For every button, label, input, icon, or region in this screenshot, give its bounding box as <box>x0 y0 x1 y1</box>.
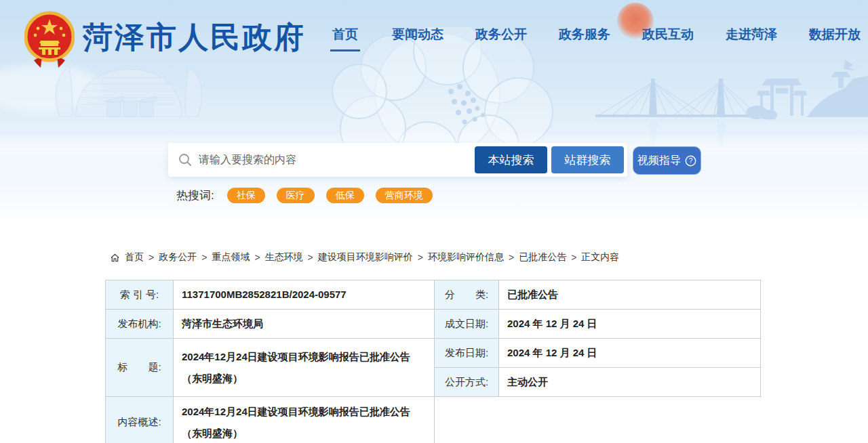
index-number-label: 索 引 号: <box>106 280 174 310</box>
disclosure-value: 主动公开 <box>499 368 761 397</box>
hot-keyword-shebao[interactable]: 社保 <box>227 188 265 203</box>
breadcrumb-item[interactable]: 政务公开 <box>159 251 197 263</box>
hot-keyword-yiliao[interactable]: 医疗 <box>277 188 315 203</box>
search-bar: 本站搜索 站群搜索 <box>168 143 627 177</box>
summary-label: 内容概述: <box>106 397 174 443</box>
site-title[interactable]: 菏泽市人民政府 <box>83 18 306 58</box>
index-number-value: 11371700MB2852821B/2024-09577 <box>174 280 435 310</box>
svg-text:?: ? <box>689 157 693 165</box>
document-info-table: 索 引 号: 11371700MB2852821B/2024-09577 分 类… <box>105 280 761 443</box>
disclosure-label: 公开方式: <box>435 368 499 397</box>
publish-date-label: 发布日期: <box>435 339 499 368</box>
empty-cell <box>435 397 761 443</box>
nav-item-gov-disclosure[interactable]: 政务公开 <box>475 26 527 51</box>
title-value: 2024年12月24日建设项目环境影响报告已批准公告（东明盛海） <box>174 339 435 397</box>
summary-value: 2024年12月24日建设项目环境影响报告已批准公告（东明盛海） <box>174 397 435 443</box>
question-circle-icon: ? <box>685 155 696 167</box>
cluster-search-button[interactable]: 站群搜索 <box>551 146 624 173</box>
written-date-label: 成文日期: <box>435 310 499 339</box>
nav-item-home[interactable]: 首页 <box>330 26 360 51</box>
breadcrumb-item[interactable]: 建设项目环境影响评价 <box>318 251 413 263</box>
publisher-label: 发布机构: <box>106 310 174 339</box>
breadcrumb-item[interactable]: 已批准公告 <box>519 251 566 263</box>
breadcrumb-item[interactable]: 首页 <box>125 251 144 263</box>
hot-search-row: 热搜词: 社保 医疗 低保 营商环境 <box>176 188 433 203</box>
search-icon <box>178 153 192 167</box>
breadcrumb-item[interactable]: 环境影响评价信息 <box>428 251 504 263</box>
bridge-skyline-illustration <box>595 58 868 160</box>
breadcrumb-item[interactable]: 生态环境 <box>265 251 303 263</box>
category-value: 已批准公告 <box>499 280 761 310</box>
nav-item-about-heze[interactable]: 走进菏泽 <box>726 26 777 51</box>
breadcrumb: 首页 > 政务公开 > 重点领域 > 生态环境 > 建设项目环境影响评价 > 环… <box>110 251 619 263</box>
breadcrumb-item[interactable]: 正文内容 <box>581 251 619 263</box>
hot-search-label: 热搜词: <box>176 188 214 203</box>
main-nav: 首页 要闻动态 政务公开 政务服务 政民互动 走进菏泽 数据开放 <box>330 26 861 51</box>
publisher-value: 菏泽市生态环境局 <box>174 310 435 339</box>
home-icon <box>110 253 120 263</box>
category-label: 分 类: <box>435 280 499 310</box>
page: 菏泽市人民政府 首页 要闻动态 政务公开 政务服务 政民互动 走进菏泽 数据开放… <box>0 0 868 443</box>
title-label: 标 题: <box>106 339 174 397</box>
nav-item-news[interactable]: 要闻动态 <box>392 26 443 51</box>
hot-keyword-yingshang[interactable]: 营商环境 <box>376 188 433 203</box>
nav-item-public-interaction[interactable]: 政民互动 <box>642 26 694 51</box>
site-search-button[interactable]: 本站搜索 <box>475 146 547 173</box>
written-date-value: 2024 年 12 月 24 日 <box>499 310 761 339</box>
hot-keyword-dibao[interactable]: 低保 <box>326 188 364 203</box>
cloud-decoration <box>0 64 102 112</box>
publish-date-value: 2024 年 12 月 24 日 <box>499 339 761 368</box>
nav-item-gov-services[interactable]: 政务服务 <box>559 26 610 51</box>
video-guide-button[interactable]: 视频指导 ? <box>633 146 701 175</box>
breadcrumb-item[interactable]: 重点领域 <box>212 251 250 263</box>
search-input[interactable] <box>199 154 475 166</box>
national-emblem-logo[interactable] <box>24 11 75 70</box>
nav-item-open-data[interactable]: 数据开放 <box>809 26 861 51</box>
